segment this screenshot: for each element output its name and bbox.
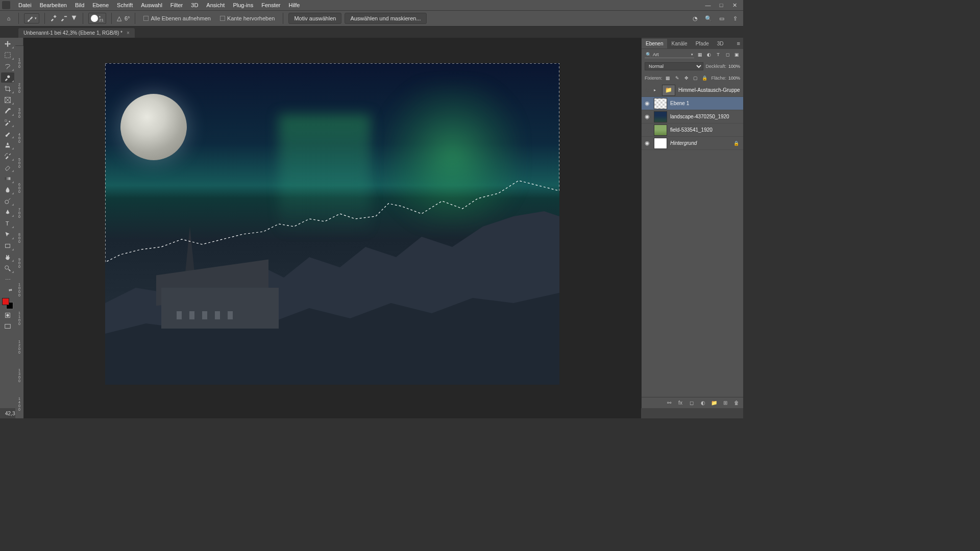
new-group-icon[interactable]: 📁 (710, 399, 718, 407)
lasso-tool[interactable] (1, 61, 14, 71)
tool-preset-picker[interactable]: ▾ (24, 13, 39, 23)
menu-bearbeiten[interactable]: Bearbeiten (36, 1, 71, 10)
lock-transparent-icon[interactable]: ▩ (665, 74, 672, 82)
visibility-toggle[interactable]: ◉ (644, 100, 651, 107)
layer-ebene-1[interactable]: ◉ Ebene 1 (642, 97, 743, 110)
menu-3d[interactable]: 3D (187, 1, 202, 10)
fill-value[interactable]: 100% (728, 76, 740, 81)
crop-tool[interactable] (1, 84, 14, 94)
hand-tool[interactable] (1, 252, 14, 262)
tab-kanaele[interactable]: Kanäle (667, 39, 691, 48)
vertical-ruler[interactable]: 01 0 02 0 03 0 04 0 05 0 06 0 07 0 08 0 … (15, 38, 23, 418)
panel-menu-icon[interactable]: ≡ (734, 40, 743, 46)
delete-layer-icon[interactable]: 🗑 (733, 399, 740, 407)
type-tool[interactable]: T (1, 218, 14, 229)
move-tool[interactable] (1, 39, 14, 49)
document-tab[interactable]: Unbenannt-1 bei 42,3% (Ebene 1, RGB/8) *… (18, 28, 135, 38)
menu-schrift[interactable]: Schrift (113, 1, 137, 10)
visibility-toggle[interactable]: ◉ (644, 140, 651, 147)
lock-position-icon[interactable]: ✥ (683, 74, 690, 82)
blur-tool[interactable] (1, 185, 14, 195)
close-icon[interactable]: ✕ (731, 2, 738, 9)
gradient-tool[interactable] (1, 173, 14, 184)
menu-filter[interactable]: Filter (166, 1, 187, 10)
adjustment-layer-icon[interactable]: ◐ (699, 399, 706, 407)
lock-nested-icon[interactable]: ▢ (692, 74, 699, 82)
close-tab-icon[interactable]: × (127, 30, 130, 36)
clone-stamp-tool[interactable] (1, 140, 14, 150)
canvas[interactable] (23, 38, 641, 418)
layer-landscape[interactable]: ◉ landscape-4370250_1920 (642, 110, 743, 123)
tab-ebenen[interactable]: Ebenen (642, 39, 667, 48)
screen-mode-icon[interactable] (1, 321, 14, 332)
tab-3d[interactable]: 3D (713, 39, 728, 48)
menu-ansicht[interactable]: Ansicht (202, 1, 229, 10)
rectangle-tool[interactable] (1, 241, 14, 251)
menu-plugins[interactable]: Plug-ins (229, 1, 257, 10)
tab-pfade[interactable]: Pfade (692, 39, 713, 48)
minimize-icon[interactable]: — (704, 2, 712, 9)
dodge-tool[interactable] (1, 196, 14, 206)
sample-all-layers-checkbox[interactable]: Alle Ebenen aufnehmen (140, 15, 213, 21)
lock-icon[interactable]: 🔒 (733, 141, 741, 146)
layer-hintergrund[interactable]: ◉ Hintergrund 🔒 (642, 137, 743, 150)
new-layer-icon[interactable]: ⊞ (722, 399, 729, 407)
brush-tool[interactable] (1, 129, 14, 139)
toolbar-more-icon[interactable]: ⋯ (1, 274, 14, 285)
layer-group-himmel[interactable]: ◉ ▸ 📁 Himmel-Austausch-Gruppe (642, 84, 743, 97)
menu-fenster[interactable]: Fenster (257, 1, 284, 10)
chevron-right-icon[interactable]: ▸ (654, 88, 659, 92)
link-layers-icon[interactable]: ⚯ (666, 399, 673, 407)
visibility-toggle[interactable]: ◉ (644, 87, 651, 94)
menu-hilfe[interactable]: Hilfe (284, 1, 304, 10)
search-icon[interactable]: 🔍 (704, 14, 713, 22)
swap-colors-icon[interactable]: ⇄ (5, 286, 15, 294)
brush-settings-icon[interactable] (70, 14, 78, 22)
eraser-tool[interactable] (1, 162, 14, 172)
layer-filter-search[interactable]: 🔍 Art ▾ (645, 52, 694, 58)
layer-mask-icon[interactable]: ◻ (688, 399, 695, 407)
select-and-mask-button[interactable]: Auswählen und maskieren... (345, 13, 426, 24)
quick-selection-tool[interactable] (1, 72, 14, 83)
frame-tool[interactable] (1, 95, 14, 105)
foreground-color-swatch[interactable] (2, 298, 9, 305)
menu-datei[interactable]: Datei (14, 1, 36, 10)
layer-field[interactable]: ◉ field-533541_1920 (642, 123, 743, 137)
zoom-tool[interactable] (1, 263, 14, 273)
cloud-icon[interactable]: ◔ (691, 14, 699, 22)
select-subject-button[interactable]: Motiv auswählen (288, 13, 341, 24)
filter-smart-icon[interactable]: ▣ (733, 51, 740, 58)
angle-icon[interactable]: △ (117, 15, 121, 22)
menu-auswahl[interactable]: Auswahl (137, 1, 166, 10)
lock-pixels-icon[interactable]: ✎ (674, 74, 681, 82)
filter-image-icon[interactable]: ▦ (696, 51, 703, 58)
path-selection-tool[interactable] (1, 230, 14, 240)
lock-all-icon[interactable]: 🔒 (701, 74, 708, 82)
home-icon[interactable]: ⌂ (4, 14, 13, 23)
add-selection-icon[interactable] (50, 14, 57, 22)
healing-brush-tool[interactable] (1, 117, 14, 128)
layer-fx-icon[interactable]: fx (677, 399, 684, 407)
workspace-icon[interactable]: ▭ (718, 14, 726, 22)
marquee-tool[interactable] (1, 50, 14, 60)
menu-ebene[interactable]: Ebene (88, 1, 113, 10)
history-brush-tool[interactable] (1, 151, 14, 161)
color-swatches[interactable] (2, 298, 13, 309)
opacity-value[interactable]: 100% (728, 64, 740, 69)
visibility-toggle[interactable]: ◉ (644, 127, 651, 134)
share-icon[interactable]: ⇪ (731, 14, 739, 22)
blend-mode-select[interactable]: Normal (645, 62, 703, 70)
enhance-edge-checkbox[interactable]: Kante hervorheben (217, 15, 278, 21)
filter-adjust-icon[interactable]: ◐ (705, 51, 713, 58)
filter-type-icon[interactable]: T (715, 51, 722, 58)
subtract-selection-icon[interactable] (60, 14, 67, 22)
menu-bild[interactable]: Bild (71, 1, 88, 10)
angle-value[interactable]: 6° (125, 15, 130, 21)
maximize-icon[interactable]: □ (718, 2, 725, 9)
filter-shape-icon[interactable]: ◻ (724, 51, 731, 58)
pen-tool[interactable] (1, 207, 14, 217)
eyedropper-tool[interactable] (1, 106, 14, 116)
brush-preset[interactable]: ▴ 21 (88, 13, 106, 24)
visibility-toggle[interactable]: ◉ (644, 113, 651, 120)
ruler-origin[interactable] (15, 38, 23, 46)
